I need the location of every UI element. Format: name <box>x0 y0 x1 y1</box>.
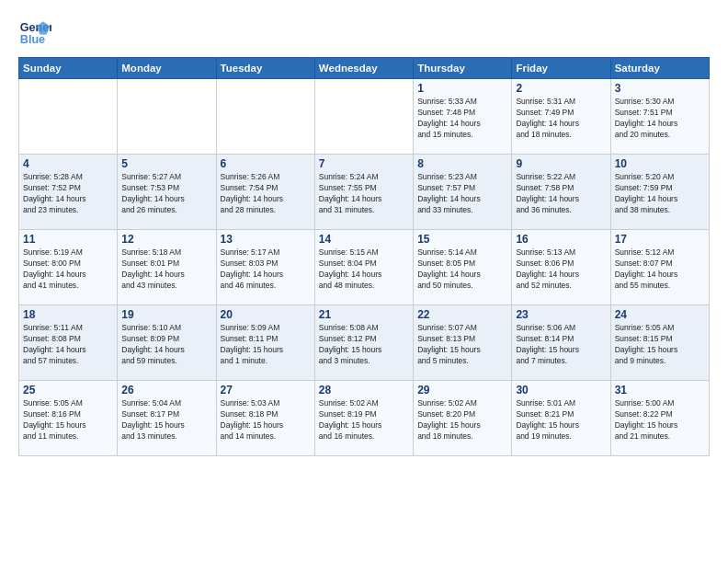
calendar-cell: 17Sunrise: 5:12 AMSunset: 8:07 PMDayligh… <box>610 230 709 305</box>
calendar-week-row: 11Sunrise: 5:19 AMSunset: 8:00 PMDayligh… <box>19 230 710 305</box>
cell-details: Sunrise: 5:27 AMSunset: 7:53 PMDaylight:… <box>121 172 211 216</box>
calendar-day-header: Monday <box>118 58 216 79</box>
day-number: 29 <box>417 384 507 396</box>
svg-text:Blue: Blue <box>20 33 45 46</box>
calendar-week-row: 4Sunrise: 5:28 AMSunset: 7:52 PMDaylight… <box>19 155 710 230</box>
cell-details: Sunrise: 5:02 AMSunset: 8:20 PMDaylight:… <box>417 398 507 442</box>
calendar-cell: 22Sunrise: 5:07 AMSunset: 8:13 PMDayligh… <box>414 305 512 381</box>
calendar-cell: 14Sunrise: 5:15 AMSunset: 8:04 PMDayligh… <box>314 230 413 305</box>
cell-details: Sunrise: 5:23 AMSunset: 7:57 PMDaylight:… <box>417 172 507 216</box>
calendar-cell: 10Sunrise: 5:20 AMSunset: 7:59 PMDayligh… <box>610 155 709 230</box>
calendar-day-header: Saturday <box>610 58 709 79</box>
calendar-cell: 21Sunrise: 5:08 AMSunset: 8:12 PMDayligh… <box>314 305 413 381</box>
page: General Blue SundayMondayTuesdayWednesda… <box>0 0 728 563</box>
cell-details: Sunrise: 5:05 AMSunset: 8:16 PMDaylight:… <box>23 398 113 442</box>
day-number: 20 <box>221 308 311 321</box>
cell-details: Sunrise: 5:08 AMSunset: 8:12 PMDaylight:… <box>319 323 409 367</box>
cell-details: Sunrise: 5:01 AMSunset: 8:21 PMDaylight:… <box>516 398 606 442</box>
calendar-cell: 7Sunrise: 5:24 AMSunset: 7:55 PMDaylight… <box>314 155 413 230</box>
calendar-day-header: Sunday <box>19 58 118 79</box>
calendar-cell: 4Sunrise: 5:28 AMSunset: 7:52 PMDaylight… <box>19 155 118 230</box>
cell-details: Sunrise: 5:00 AMSunset: 8:22 PMDaylight:… <box>615 398 705 442</box>
day-number: 14 <box>319 233 409 246</box>
cell-details: Sunrise: 5:03 AMSunset: 8:18 PMDaylight:… <box>221 398 311 442</box>
cell-details: Sunrise: 5:11 AMSunset: 8:08 PMDaylight:… <box>23 323 113 367</box>
day-number: 30 <box>516 384 606 396</box>
cell-details: Sunrise: 5:02 AMSunset: 8:19 PMDaylight:… <box>319 398 409 442</box>
calendar-cell: 26Sunrise: 5:04 AMSunset: 8:17 PMDayligh… <box>118 381 216 456</box>
calendar-cell: 3Sunrise: 5:30 AMSunset: 7:51 PMDaylight… <box>610 79 709 155</box>
cell-details: Sunrise: 5:19 AMSunset: 8:00 PMDaylight:… <box>23 247 113 292</box>
calendar-week-row: 25Sunrise: 5:05 AMSunset: 8:16 PMDayligh… <box>19 381 710 456</box>
calendar-cell: 24Sunrise: 5:05 AMSunset: 8:15 PMDayligh… <box>610 305 709 381</box>
day-number: 17 <box>615 233 705 246</box>
day-number: 28 <box>319 384 409 396</box>
cell-details: Sunrise: 5:17 AMSunset: 8:03 PMDaylight:… <box>221 247 311 292</box>
calendar-cell: 20Sunrise: 5:09 AMSunset: 8:11 PMDayligh… <box>216 305 314 381</box>
calendar-day-header: Friday <box>512 58 610 79</box>
calendar-cell: 9Sunrise: 5:22 AMSunset: 7:58 PMDaylight… <box>512 155 610 230</box>
cell-details: Sunrise: 5:06 AMSunset: 8:14 PMDaylight:… <box>516 323 606 367</box>
calendar-cell: 12Sunrise: 5:18 AMSunset: 8:01 PMDayligh… <box>118 230 216 305</box>
calendar-cell: 31Sunrise: 5:00 AMSunset: 8:22 PMDayligh… <box>610 381 709 456</box>
calendar-day-header: Wednesday <box>314 58 413 79</box>
calendar-cell: 8Sunrise: 5:23 AMSunset: 7:57 PMDaylight… <box>414 155 512 230</box>
day-number: 4 <box>23 157 113 170</box>
calendar-cell: 18Sunrise: 5:11 AMSunset: 8:08 PMDayligh… <box>19 305 118 381</box>
cell-details: Sunrise: 5:15 AMSunset: 8:04 PMDaylight:… <box>319 247 409 292</box>
day-number: 3 <box>615 82 705 95</box>
cell-details: Sunrise: 5:07 AMSunset: 8:13 PMDaylight:… <box>417 323 507 367</box>
calendar-cell <box>19 79 118 155</box>
logo-icon: General Blue <box>18 15 51 48</box>
calendar-week-row: 1Sunrise: 5:33 AMSunset: 7:48 PMDaylight… <box>19 79 710 155</box>
cell-details: Sunrise: 5:26 AMSunset: 7:54 PMDaylight:… <box>221 172 311 216</box>
logo: General Blue <box>18 15 51 48</box>
calendar-cell <box>118 79 216 155</box>
cell-details: Sunrise: 5:33 AMSunset: 7:48 PMDaylight:… <box>417 97 507 141</box>
day-number: 11 <box>23 233 113 246</box>
day-number: 12 <box>121 233 211 246</box>
cell-details: Sunrise: 5:22 AMSunset: 7:58 PMDaylight:… <box>516 172 606 216</box>
calendar-table: SundayMondayTuesdayWednesdayThursdayFrid… <box>18 57 710 456</box>
calendar-header-row: SundayMondayTuesdayWednesdayThursdayFrid… <box>19 58 710 79</box>
cell-details: Sunrise: 5:18 AMSunset: 8:01 PMDaylight:… <box>121 247 211 292</box>
day-number: 9 <box>516 157 606 170</box>
calendar-cell: 15Sunrise: 5:14 AMSunset: 8:05 PMDayligh… <box>414 230 512 305</box>
day-number: 23 <box>516 308 606 321</box>
day-number: 27 <box>221 384 311 396</box>
calendar-cell: 19Sunrise: 5:10 AMSunset: 8:09 PMDayligh… <box>118 305 216 381</box>
calendar-week-row: 18Sunrise: 5:11 AMSunset: 8:08 PMDayligh… <box>19 305 710 381</box>
day-number: 16 <box>516 233 606 246</box>
calendar-cell: 5Sunrise: 5:27 AMSunset: 7:53 PMDaylight… <box>118 155 216 230</box>
day-number: 24 <box>615 308 705 321</box>
day-number: 25 <box>23 384 113 396</box>
calendar-cell: 29Sunrise: 5:02 AMSunset: 8:20 PMDayligh… <box>414 381 512 456</box>
day-number: 8 <box>417 157 507 170</box>
day-number: 15 <box>417 233 507 246</box>
calendar-day-header: Tuesday <box>216 58 314 79</box>
day-number: 1 <box>417 82 507 95</box>
day-number: 2 <box>516 82 606 95</box>
cell-details: Sunrise: 5:09 AMSunset: 8:11 PMDaylight:… <box>221 323 311 367</box>
day-number: 18 <box>23 308 113 321</box>
cell-details: Sunrise: 5:04 AMSunset: 8:17 PMDaylight:… <box>121 398 211 442</box>
day-number: 10 <box>615 157 705 170</box>
cell-details: Sunrise: 5:13 AMSunset: 8:06 PMDaylight:… <box>516 247 606 292</box>
calendar-cell: 11Sunrise: 5:19 AMSunset: 8:00 PMDayligh… <box>19 230 118 305</box>
cell-details: Sunrise: 5:20 AMSunset: 7:59 PMDaylight:… <box>615 172 705 216</box>
day-number: 19 <box>121 308 211 321</box>
calendar-cell: 2Sunrise: 5:31 AMSunset: 7:49 PMDaylight… <box>512 79 610 155</box>
calendar-cell <box>314 79 413 155</box>
day-number: 13 <box>221 233 311 246</box>
cell-details: Sunrise: 5:05 AMSunset: 8:15 PMDaylight:… <box>615 323 705 367</box>
calendar-cell: 16Sunrise: 5:13 AMSunset: 8:06 PMDayligh… <box>512 230 610 305</box>
day-number: 31 <box>615 384 705 396</box>
cell-details: Sunrise: 5:10 AMSunset: 8:09 PMDaylight:… <box>121 323 211 367</box>
header: General Blue <box>18 15 710 48</box>
cell-details: Sunrise: 5:14 AMSunset: 8:05 PMDaylight:… <box>417 247 507 292</box>
cell-details: Sunrise: 5:24 AMSunset: 7:55 PMDaylight:… <box>319 172 409 216</box>
calendar-cell: 25Sunrise: 5:05 AMSunset: 8:16 PMDayligh… <box>19 381 118 456</box>
calendar-cell: 1Sunrise: 5:33 AMSunset: 7:48 PMDaylight… <box>414 79 512 155</box>
calendar-cell: 23Sunrise: 5:06 AMSunset: 8:14 PMDayligh… <box>512 305 610 381</box>
day-number: 7 <box>319 157 409 170</box>
